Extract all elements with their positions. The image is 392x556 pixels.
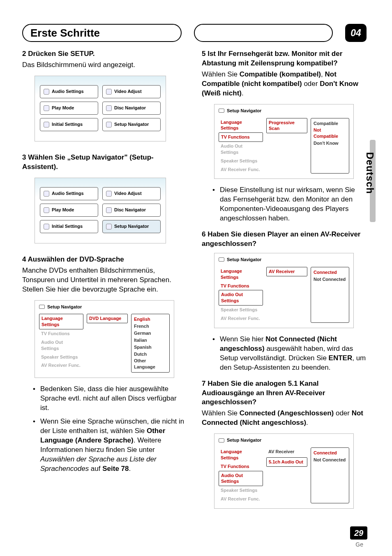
step5-bullets: Diese Einstellung ist nur wirksam, wenn … xyxy=(212,185,367,223)
nav-setting-col: Progressive Scan xyxy=(266,118,307,174)
nav-cat-speaker[interactable]: Speaker Settings xyxy=(219,486,263,495)
tile-setup-navigator-selected[interactable]: Setup Navigator xyxy=(102,220,161,233)
nav-cat-av-receiver[interactable]: AV Receiver Func. xyxy=(39,361,83,370)
nav-cat-av-receiver[interactable]: AV Receiver Func. xyxy=(219,314,263,323)
opt-german[interactable]: German xyxy=(134,330,167,337)
nav-cat-tv[interactable]: TV Functions xyxy=(39,329,83,338)
nav-cat-language[interactable]: Language Settings xyxy=(219,447,263,462)
nav-cat-audio-out[interactable]: Audio Out Settings xyxy=(219,142,263,157)
play-icon xyxy=(44,207,49,213)
opt-other-language[interactable]: Other Language xyxy=(134,357,167,371)
tile-initial-settings[interactable]: Initial Settings xyxy=(40,118,98,131)
page-ref: Seite 78 xyxy=(102,465,129,473)
opt-dutch[interactable]: Dutch xyxy=(134,351,167,358)
bullet: Diese Einstellung ist nur wirksam, wenn … xyxy=(212,185,367,223)
tile-label: Play Mode xyxy=(52,207,74,213)
step7-body: Wählen Sie Connected (Angeschlossen) ode… xyxy=(202,409,367,428)
opt-spanish[interactable]: Spanish xyxy=(134,344,167,351)
step5-body: Wählen Sie Compatible (kompatibel), Not … xyxy=(202,70,367,98)
audio-icon xyxy=(44,89,49,95)
nav-title: Setup Navigator xyxy=(39,304,170,310)
opt-italian[interactable]: Italian xyxy=(134,337,167,344)
nav-title-text: Setup Navigator xyxy=(47,304,82,310)
tile-disc-navigator[interactable]: Disc Navigator xyxy=(102,102,161,115)
tile-play-mode[interactable]: Play Mode xyxy=(40,204,98,217)
tile-label: Video Adjust xyxy=(114,190,142,197)
tile-label: Setup Navigator xyxy=(114,121,149,127)
t: ENTER xyxy=(329,354,353,362)
tile-label: Video Adjust xyxy=(114,88,142,95)
t: Wählen Sie xyxy=(202,70,240,78)
opt-connected[interactable]: Connected xyxy=(314,269,346,276)
step2-body: Das Bildschirmmenü wird angezeigt. xyxy=(22,60,187,70)
tile-setup-navigator[interactable]: Setup Navigator xyxy=(102,118,161,131)
bullet-text: . xyxy=(129,465,131,473)
nav-title: Setup Navigator xyxy=(219,108,349,114)
nav-setting-dvd-language[interactable]: DVD Language xyxy=(87,314,128,323)
settings-icon xyxy=(44,122,49,127)
nav-cat-tv[interactable]: TV Functions xyxy=(219,282,263,290)
video-icon xyxy=(106,89,112,95)
audio-icon xyxy=(44,191,49,197)
t: Connected (Angeschlossen) xyxy=(240,409,334,417)
nav-cat-speaker[interactable]: Speaker Settings xyxy=(219,306,263,314)
nav-setting-col: AV Receiver 5.1ch Audio Out xyxy=(266,447,307,503)
navigator-icon xyxy=(106,122,112,127)
nav-category-list: Language Settings TV Functions Audio Out… xyxy=(219,118,263,174)
nav-title: Setup Navigator xyxy=(219,257,349,263)
opt-connected[interactable]: Connected xyxy=(314,449,346,456)
navigator-icon xyxy=(219,438,224,442)
tile-label: Disc Navigator xyxy=(114,105,146,111)
tile-label: Initial Settings xyxy=(52,223,83,229)
navigator-icon xyxy=(39,305,45,309)
content-columns: 2 Drücken Sie SETUP. Das Bildschirmmenü … xyxy=(22,49,367,523)
nav-cat-language[interactable]: Language Settings xyxy=(219,267,263,282)
nav-cat-tv[interactable]: TV Functions xyxy=(219,132,263,142)
opt-dont-know[interactable]: Don't Know xyxy=(314,140,346,147)
bullet-text: Diese Einstellung ist nur wirksam, wenn … xyxy=(220,186,355,222)
tile-disc-navigator[interactable]: Disc Navigator xyxy=(102,204,161,217)
opt-not-connected[interactable]: Not Connected xyxy=(314,276,346,283)
tile-play-mode[interactable]: Play Mode xyxy=(40,102,98,115)
nav-cat-speaker[interactable]: Speaker Settings xyxy=(219,157,263,165)
navigator-icon xyxy=(106,224,112,229)
video-icon xyxy=(106,191,112,197)
nav-cat-language[interactable]: Language Settings xyxy=(219,118,263,133)
nav-cat-language[interactable]: Language Settings xyxy=(39,314,83,329)
nav-options: English French German Italian Spanish Du… xyxy=(131,314,170,373)
opt-not-compatible[interactable]: Not Compatible xyxy=(314,127,346,140)
tile-audio-settings[interactable]: Audio Settings xyxy=(40,85,98,98)
nav-cat-audio-out[interactable]: Audio Out Settings xyxy=(39,338,83,353)
tile-initial-settings[interactable]: Initial Settings xyxy=(40,220,98,233)
t: . xyxy=(306,419,308,426)
nav-setting-51ch[interactable]: 5.1ch Audio Out xyxy=(266,457,307,467)
nav-cat-audio-out[interactable]: Audio Out Settings xyxy=(219,290,263,306)
nav-setting-av-receiver[interactable]: AV Receiver xyxy=(266,267,307,276)
nav-setting-progressive[interactable]: Progressive Scan xyxy=(266,118,307,134)
opt-french[interactable]: French xyxy=(134,323,167,330)
tile-label: Play Mode xyxy=(52,105,74,111)
disc-icon xyxy=(106,105,112,111)
nav-cat-tv[interactable]: TV Functions xyxy=(219,462,263,471)
tile-video-adjust[interactable]: Video Adjust xyxy=(102,187,161,200)
nav-cat-av-receiver[interactable]: AV Receiver Func. xyxy=(219,495,263,503)
nav-cat-av-receiver[interactable]: AV Receiver Func. xyxy=(219,165,263,174)
step4-body: Manche DVDs enthalten Bildschirmmenüs, T… xyxy=(22,266,187,294)
header-spacer xyxy=(194,24,333,42)
chapter-pill: Erste Schritte xyxy=(22,24,182,42)
nav-category-list: Language Settings TV Functions Audio Out… xyxy=(219,267,263,323)
nav-setting-av-receiver[interactable]: AV Receiver xyxy=(266,447,307,456)
nav-cat-audio-out[interactable]: Audio Out Settings xyxy=(219,471,263,486)
menu-tile-box-2: Audio Settings Video Adjust Play Mode Di… xyxy=(35,178,166,243)
tile-audio-settings[interactable]: Audio Settings xyxy=(40,187,98,200)
settings-icon xyxy=(44,224,49,229)
opt-compatible[interactable]: Compatible xyxy=(314,120,346,127)
nav-cat-speaker[interactable]: Speaker Settings xyxy=(39,353,83,361)
tile-video-adjust[interactable]: Video Adjust xyxy=(102,85,161,98)
opt-not-connected[interactable]: Not Connected xyxy=(314,456,346,463)
page-language-code: Ge xyxy=(355,541,363,548)
opt-english[interactable]: English xyxy=(134,316,167,323)
nav-title-text: Setup Navigator xyxy=(227,108,261,114)
play-icon xyxy=(44,105,49,111)
nav-category-list: Language Settings TV Functions Audio Out… xyxy=(39,314,83,373)
